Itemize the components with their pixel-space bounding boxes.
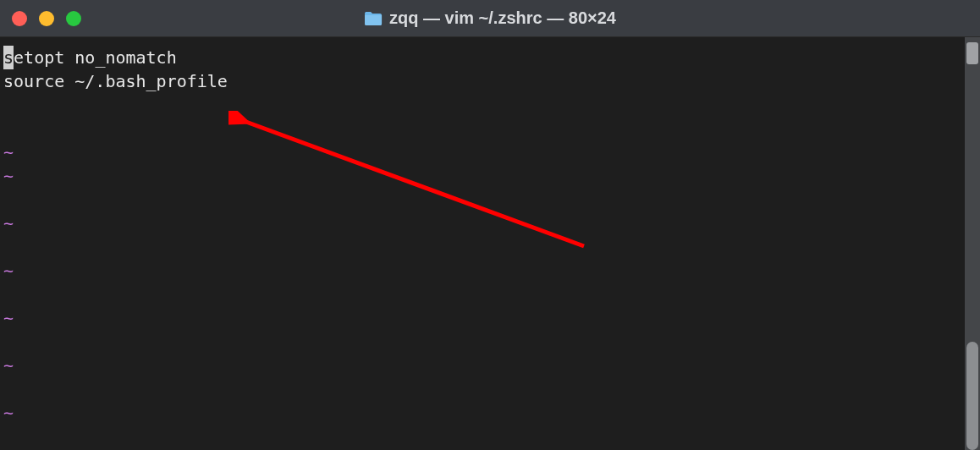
window-titlebar: zqq — vim ~/.zshrc — 80×24 [0, 0, 980, 37]
vim-empty-tilde: ~ [3, 354, 980, 377]
vim-empty-tilde: ~ [3, 259, 980, 283]
terminal-viewport[interactable]: setopt no_nomatch source ~/.bash_profile… [0, 37, 980, 450]
vim-empty-tilde: ~ [3, 306, 980, 330]
scrollbar-thumb[interactable] [966, 342, 978, 450]
editor-empty-line [3, 235, 980, 259]
vim-empty-tilde: ~ [3, 140, 980, 164]
cursor-block: s [3, 46, 14, 69]
window-title-text: zqq — vim ~/.zshrc — 80×24 [389, 8, 616, 28]
folder-icon [364, 11, 383, 26]
editor-empty-line [3, 188, 980, 211]
close-window-button[interactable] [12, 11, 27, 26]
vim-empty-tilde: ~ [3, 211, 980, 235]
editor-empty-line [3, 283, 980, 306]
editor-line-2: source ~/.bash_profile [3, 69, 980, 93]
scrollbar-track[interactable] [965, 37, 980, 450]
line1-text: etopt no_nomatch [14, 47, 177, 68]
line2-text: source ~/.bash_profile [3, 71, 228, 91]
scrollbar-indicator-icon [966, 42, 978, 64]
minimize-window-button[interactable] [39, 11, 54, 26]
vim-empty-tilde: ~ [3, 401, 980, 425]
editor-empty-line [3, 377, 980, 401]
editor-empty-line [3, 117, 980, 140]
vim-empty-tilde: ~ [3, 164, 980, 188]
editor-empty-line [3, 330, 980, 354]
editor-line-1: setopt no_nomatch [3, 46, 980, 69]
window-title: zqq — vim ~/.zshrc — 80×24 [364, 8, 616, 28]
maximize-window-button[interactable] [66, 11, 81, 26]
traffic-lights [12, 11, 81, 26]
editor-empty-line [3, 93, 980, 117]
